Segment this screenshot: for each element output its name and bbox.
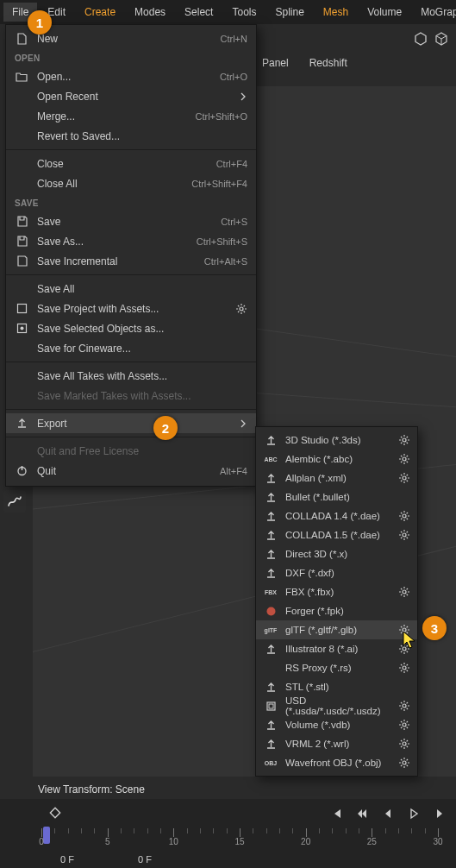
menubar-select[interactable]: Select — [176, 3, 222, 22]
tab-panel[interactable]: Panel — [259, 55, 292, 71]
upload-icon — [263, 718, 278, 732]
menu-save-as-shortcut: Ctrl+Shift+S — [197, 236, 247, 247]
export-item[interactable]: ABCAlembic (*.abc) — [256, 450, 417, 469]
svg-point-14 — [266, 607, 275, 615]
frame-end-label: 0 F — [138, 854, 152, 865]
menu-save-as[interactable]: Save As... Ctrl+Shift+S — [6, 231, 256, 251]
gear-icon[interactable] — [398, 701, 410, 711]
export-item-label: Bullet (*.bullet) — [285, 492, 410, 502]
export-item[interactable]: Illustrator 8 (*.ai) — [256, 639, 417, 658]
tab-redshift[interactable]: Redshift — [306, 55, 351, 71]
obj-text: OBJ — [263, 756, 278, 770]
menubar-create[interactable]: Create — [76, 3, 124, 22]
menu-close-all[interactable]: Close All Ctrl+Shift+F4 — [6, 173, 256, 193]
tick-label: 10 — [169, 837, 178, 846]
export-item[interactable]: STL (*.stl) — [256, 677, 417, 696]
menu-save-shortcut: Ctrl+S — [221, 217, 247, 227]
gear-icon[interactable] — [235, 304, 247, 314]
gear-icon[interactable] — [398, 530, 410, 540]
menu-export[interactable]: Export — [6, 413, 256, 433]
menu-save-selected[interactable]: Save Selected Objects as... — [6, 318, 256, 338]
menu-save-project-assets[interactable]: Save Project with Assets... — [6, 299, 256, 318]
menu-save-all-label: Save All — [37, 283, 247, 295]
menu-save-all[interactable]: Save All — [6, 279, 256, 299]
menubar-mesh[interactable]: Mesh — [315, 3, 357, 22]
menu-save-incremental[interactable]: Save Incremental Ctrl+Alt+S — [6, 251, 256, 271]
upload-icon — [263, 528, 278, 542]
keyframe-diamond-icon[interactable] — [48, 806, 62, 820]
export-item[interactable]: glTFglTF (*.gltf/*.glb) — [256, 620, 417, 639]
export-item[interactable]: Volume (*.vdb) — [256, 715, 417, 734]
menu-open[interactable]: Open... Ctrl+O — [6, 66, 256, 86]
export-item[interactable]: 3D Studio (*.3ds) — [256, 431, 417, 450]
export-item[interactable]: COLLADA 1.5 (*.dae) — [256, 525, 417, 544]
menu-save-all-takes[interactable]: Save All Takes with Assets... — [6, 366, 256, 386]
export-item[interactable]: RS Proxy (*.rs) — [256, 658, 417, 677]
hexagon-icon[interactable] — [413, 31, 428, 47]
menu-open-recent[interactable]: Open Recent — [6, 86, 256, 106]
save-as-icon — [15, 235, 28, 248]
chevron-right-icon — [239, 419, 247, 428]
timeline: 051015202530 0 F 0 F — [0, 799, 456, 868]
export-item-label: STL (*.stl) — [285, 682, 410, 692]
menu-close[interactable]: Close Ctrl+F4 — [6, 154, 256, 173]
export-item[interactable]: USD (*.usda/*.usdc/*.usdz) — [256, 696, 417, 715]
timeline-ruler[interactable]: 051015202530 — [41, 828, 447, 847]
svg-point-20 — [403, 704, 406, 708]
menu-new-shortcut: Ctrl+N — [221, 34, 247, 44]
menu-save-cineware[interactable]: Save for Cineware... — [6, 338, 256, 358]
gear-icon[interactable] — [398, 758, 410, 768]
menu-revert[interactable]: Revert to Saved... — [6, 126, 256, 146]
file-icon — [15, 32, 28, 46]
menu-close-all-label: Close All — [37, 178, 183, 190]
gear-icon[interactable] — [398, 435, 410, 445]
menubar-spline[interactable]: Spline — [266, 3, 312, 22]
menubar-mograph[interactable]: MoGraph — [412, 3, 456, 22]
export-item[interactable]: Allplan (*.xml) — [256, 469, 417, 487]
export-item-label: Forger (*.fpk) — [285, 606, 410, 616]
export-item[interactable]: OBJWavefront OBJ (*.obj) — [256, 753, 417, 772]
svg-point-21 — [403, 723, 406, 726]
upload-icon — [263, 490, 278, 504]
prev-key-icon[interactable] — [354, 806, 370, 821]
export-item-label: FBX (*.fbx) — [285, 587, 391, 597]
export-item[interactable]: DXF (*.dxf) — [256, 563, 417, 582]
export-item[interactable]: COLLADA 1.4 (*.dae) — [256, 506, 417, 525]
gear-icon[interactable] — [398, 739, 410, 749]
gear-icon[interactable] — [398, 663, 410, 673]
menu-save[interactable]: Save Ctrl+S — [6, 211, 256, 231]
gear-icon[interactable] — [398, 511, 410, 521]
export-item-label: VRML 2 (*.wrl) — [285, 739, 391, 749]
menu-merge-shortcut: Ctrl+Shift+O — [195, 111, 247, 122]
upload-icon — [263, 737, 278, 751]
separator — [6, 409, 256, 410]
menubar-tools[interactable]: Tools — [223, 3, 265, 22]
gear-icon[interactable] — [398, 473, 410, 483]
gear-icon[interactable] — [398, 454, 410, 464]
export-item[interactable]: Direct 3D (*.x) — [256, 544, 417, 563]
menu-close-shortcut: Ctrl+F4 — [216, 159, 247, 169]
menu-merge[interactable]: Merge... Ctrl+Shift+O — [6, 106, 256, 126]
export-item[interactable]: Bullet (*.bullet) — [256, 487, 417, 506]
gear-icon[interactable] — [398, 587, 410, 597]
goto-start-icon[interactable] — [328, 806, 344, 821]
export-item[interactable]: Forger (*.fpk) — [256, 601, 417, 620]
menu-save-project-assets-label: Save Project with Assets... — [37, 303, 227, 315]
upload-icon — [263, 680, 278, 694]
menubar-volume[interactable]: Volume — [359, 3, 410, 22]
prev-frame-icon[interactable] — [380, 806, 396, 821]
menubar-modes[interactable]: Modes — [126, 3, 174, 22]
menu-quit[interactable]: Quit Alt+F4 — [6, 461, 256, 481]
scribble-tool-icon[interactable] — [3, 490, 26, 513]
menu-revert-label: Revert to Saved... — [37, 130, 247, 142]
export-item[interactable]: VRML 2 (*.wrl) — [256, 734, 417, 753]
gear-icon[interactable] — [398, 720, 410, 730]
next-frame-icon[interactable] — [432, 806, 447, 821]
export-item-label: USD (*.usda/*.usdc/*.usdz) — [285, 695, 391, 716]
menu-new-label: New — [37, 33, 212, 45]
export-item[interactable]: FBXFBX (*.fbx) — [256, 582, 417, 601]
menu-save-marked-takes-label: Save Marked Takes with Assets... — [37, 390, 247, 402]
play-icon[interactable] — [406, 806, 422, 821]
cube-icon[interactable] — [434, 31, 449, 47]
menu-merge-label: Merge... — [37, 110, 186, 123]
